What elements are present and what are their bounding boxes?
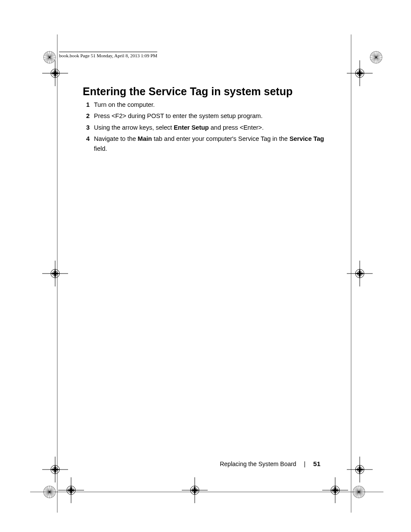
step-text: Navigate to the Main tab and enter your … xyxy=(94,134,328,153)
registration-mark-icon xyxy=(347,261,373,286)
procedure-step: 2Press <F2> during POST to enter the sys… xyxy=(83,111,328,121)
step-number: 1 xyxy=(83,100,94,109)
registration-mark-icon xyxy=(42,60,68,86)
page-footer: Replacing the System Board | 51 xyxy=(0,460,411,467)
step-text: Press <F2> during POST to enter the syst… xyxy=(94,111,328,121)
registration-mark-icon xyxy=(347,60,373,86)
running-header: book.book Page 51 Monday, April 8, 2013 … xyxy=(59,52,157,58)
procedure-step: 1Turn on the computer. xyxy=(83,100,328,109)
registration-mark-icon xyxy=(182,477,208,503)
step-text: Using the arrow keys, select Enter Setup… xyxy=(94,123,328,132)
section-heading: Entering the Service Tag in system setup xyxy=(83,85,293,98)
step-text: Turn on the computer. xyxy=(94,100,328,109)
registration-mark-icon xyxy=(42,261,68,286)
footer-section-title: Replacing the System Board xyxy=(220,460,296,467)
page-number: 51 xyxy=(313,460,321,467)
step-number: 2 xyxy=(83,111,94,121)
crop-mark-icon xyxy=(346,479,372,505)
procedure-step: 3Using the arrow keys, select Enter Setu… xyxy=(83,123,328,132)
registration-mark-icon xyxy=(322,477,348,503)
registration-mark-icon xyxy=(58,477,84,503)
step-number: 3 xyxy=(83,123,94,132)
procedure-list: 1Turn on the computer.2Press <F2> during… xyxy=(83,100,328,155)
footer-separator: | xyxy=(304,460,306,467)
procedure-step: 4Navigate to the Main tab and enter your… xyxy=(83,134,328,153)
step-number: 4 xyxy=(83,134,94,153)
